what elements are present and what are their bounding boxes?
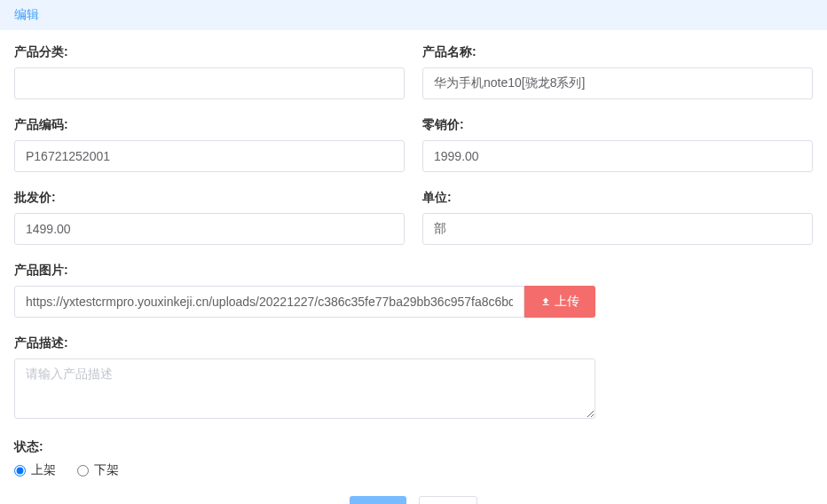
page-title: 编辑: [14, 7, 39, 21]
label-retail: 零销价:: [422, 117, 813, 133]
label-status: 状态:: [14, 439, 813, 455]
input-wholesale[interactable]: [14, 213, 405, 245]
textarea-desc[interactable]: [14, 358, 595, 419]
input-retail[interactable]: [422, 140, 813, 172]
label-image: 产品图片:: [14, 263, 595, 279]
page-header: 编辑: [0, 0, 827, 30]
radio-off-shelf[interactable]: [77, 465, 89, 476]
input-category[interactable]: [14, 67, 405, 99]
radio-on-shelf[interactable]: [14, 465, 26, 476]
radio-on-shelf-label[interactable]: 上架: [14, 462, 56, 478]
radio-off-shelf-text: 下架: [94, 462, 119, 478]
cancel-button[interactable]: 重置: [419, 496, 477, 504]
label-code: 产品编码:: [14, 117, 405, 133]
upload-button[interactable]: 上传: [524, 286, 595, 318]
label-category: 产品分类:: [14, 44, 405, 60]
label-wholesale: 批发价:: [14, 190, 405, 206]
input-code[interactable]: [14, 140, 405, 172]
radio-on-shelf-text: 上架: [31, 462, 56, 478]
upload-icon: [540, 296, 551, 307]
label-desc: 产品描述:: [14, 335, 595, 351]
label-unit: 单位:: [422, 190, 813, 206]
form-content: 产品分类: 产品名称: 产品编码: 零销价: 批发价: 单位: 产品图片:: [0, 30, 827, 504]
input-name[interactable]: [422, 67, 813, 99]
input-unit[interactable]: [422, 213, 813, 245]
submit-button[interactable]: 确定: [350, 496, 406, 504]
label-name: 产品名称:: [422, 44, 813, 60]
upload-label: 上传: [555, 294, 579, 310]
radio-off-shelf-label[interactable]: 下架: [77, 462, 119, 478]
input-image[interactable]: [14, 286, 524, 318]
